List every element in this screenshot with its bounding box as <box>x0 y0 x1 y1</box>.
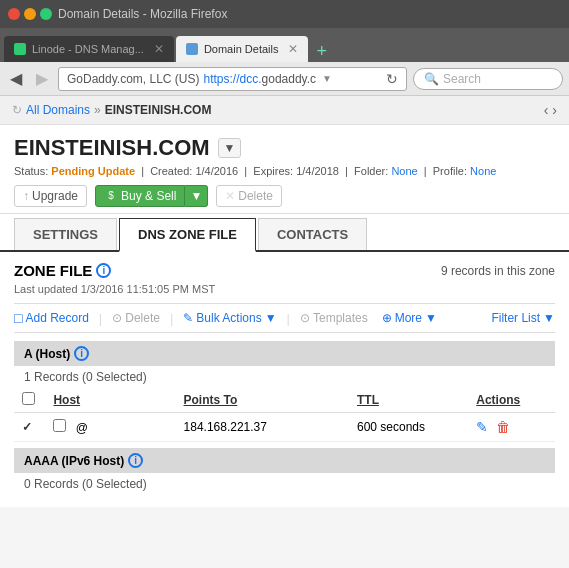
minimize-button[interactable] <box>24 8 36 20</box>
more-label: More <box>395 311 422 325</box>
reload-button[interactable]: ↻ <box>386 71 398 87</box>
browser-title: Domain Details - Mozilla Firefox <box>58 7 227 21</box>
expires-label: Expires: <box>253 165 293 177</box>
bulk-icon: ✎ <box>183 311 193 325</box>
all-domains-link[interactable]: All Domains <box>26 103 90 117</box>
tab1-favicon <box>14 43 26 55</box>
browser-tab-1[interactable]: Linode - DNS Manag... ✕ <box>4 36 174 62</box>
templates-icon: ⊙ <box>300 311 310 325</box>
search-placeholder: Search <box>443 72 481 86</box>
zone-records-count: 9 records in this zone <box>441 264 555 278</box>
tab1-close[interactable]: ✕ <box>154 42 164 56</box>
delete-button[interactable]: ✕ Delete <box>216 185 282 207</box>
dropdown-arrow[interactable]: ▼ <box>322 73 332 84</box>
delete-record-icon: ⊙ <box>112 311 122 325</box>
domain-header: EINSTEINISH.COM ▼ Status: Pending Update… <box>0 125 569 214</box>
select-all-checkbox[interactable] <box>22 392 35 405</box>
zone-info-icon[interactable]: i <box>96 263 111 278</box>
tab2-label: Domain Details <box>204 43 279 55</box>
search-bar[interactable]: 🔍 Search <box>413 68 563 90</box>
breadcrumb-current: EINSTEINISH.COM <box>105 103 212 117</box>
domain-dropdown-button[interactable]: ▼ <box>218 138 242 158</box>
title-bar: Domain Details - Mozilla Firefox <box>0 0 569 28</box>
tab-navigation: SETTINGS DNS ZONE FILE CONTACTS <box>0 218 569 252</box>
record-ttl: 600 seconds <box>349 413 468 442</box>
forward-button[interactable]: ▶ <box>32 67 52 90</box>
zone-toolbar: □ Add Record | ⊙ Delete | ✎ Bulk Actions… <box>14 303 555 333</box>
maximize-button[interactable] <box>40 8 52 20</box>
bulk-arrow-icon: ▼ <box>265 311 277 325</box>
record-checkbox[interactable] <box>53 419 66 432</box>
check-icon: ✓ <box>22 420 32 434</box>
a-host-title: A (Host) <box>24 347 70 361</box>
bulk-actions-label: Bulk Actions <box>196 311 261 325</box>
close-button[interactable] <box>8 8 20 20</box>
folder-label: Folder: <box>354 165 388 177</box>
record-host: @ <box>45 413 175 442</box>
more-arrow-icon: ▼ <box>425 311 437 325</box>
upgrade-button[interactable]: ↑ Upgrade <box>14 185 87 207</box>
add-record-button[interactable]: □ Add Record <box>14 310 89 326</box>
templates-label: Templates <box>313 311 368 325</box>
table-row: ✓ @ 184.168.221.37 600 seconds ✎ 🗑 <box>14 413 555 442</box>
col-points-to[interactable]: Points To <box>176 388 349 413</box>
edit-icon[interactable]: ✎ <box>476 419 488 435</box>
a-host-info-icon[interactable]: i <box>74 346 89 361</box>
profile-value[interactable]: None <box>470 165 496 177</box>
new-tab-button[interactable]: + <box>310 41 333 62</box>
bulk-actions-button[interactable]: ✎ Bulk Actions ▼ <box>183 311 276 325</box>
upgrade-icon: ↑ <box>23 189 29 203</box>
last-updated: Last updated 1/3/2016 11:51:05 PM MST <box>14 283 555 295</box>
buy-sell-button[interactable]: $ Buy & Sell <box>95 185 185 207</box>
filter-arrow-icon: ▼ <box>543 311 555 325</box>
filter-list-button[interactable]: Filter List ▼ <box>491 311 555 325</box>
dollar-icon: $ <box>104 189 118 203</box>
col-host[interactable]: Host <box>45 388 175 413</box>
folder-value[interactable]: None <box>391 165 417 177</box>
aaaa-host-title: AAAA (IPv6 Host) <box>24 454 124 468</box>
back-button[interactable]: ◀ <box>6 67 26 90</box>
aaaa-host-header: AAAA (IPv6 Host) i <box>14 448 555 473</box>
address-url: https://dcc.godaddy.c <box>204 72 317 86</box>
record-points-to: 184.168.221.37 <box>176 413 349 442</box>
tab-settings[interactable]: SETTINGS <box>14 218 117 250</box>
col-actions: Actions <box>468 388 555 413</box>
tab-dns-label: DNS ZONE FILE <box>138 227 237 242</box>
delete-label: Delete <box>238 189 273 203</box>
delete-record-button[interactable]: ⊙ Delete <box>112 311 160 325</box>
tab2-close[interactable]: ✕ <box>288 42 298 56</box>
expires-value: 1/4/2018 <box>296 165 339 177</box>
page-content: ↻ All Domains » EINSTEINISH.COM ‹ › EINS… <box>0 96 569 507</box>
address-prefix: GoDaddy.com, LLC (US) <box>67 72 200 86</box>
delete-icon: ✕ <box>225 189 235 203</box>
nav-bar: ◀ ▶ GoDaddy.com, LLC (US) https://dcc.go… <box>0 62 569 96</box>
tab-bar: Linode - DNS Manag... ✕ Domain Details ✕… <box>0 28 569 62</box>
aaaa-host-info-icon[interactable]: i <box>128 453 143 468</box>
buy-sell-arrow-button[interactable]: ▼ <box>185 185 208 207</box>
buy-sell-label: Buy & Sell <box>121 189 176 203</box>
address-bar[interactable]: GoDaddy.com, LLC (US) https://dcc.godadd… <box>58 67 407 91</box>
row-checkmark: ✓ <box>14 413 45 442</box>
status-value: Pending Update <box>51 165 135 177</box>
more-button[interactable]: ⊕ More ▼ <box>382 311 437 325</box>
upgrade-label: Upgrade <box>32 189 78 203</box>
trash-icon[interactable]: 🗑 <box>496 419 510 435</box>
aaaa-host-section: AAAA (IPv6 Host) i 0 Records (0 Selected… <box>14 448 555 491</box>
aaaa-host-count: 0 Records (0 Selected) <box>24 477 545 491</box>
domain-meta: Status: Pending Update | Created: 1/4/20… <box>14 165 555 177</box>
browser-tab-2[interactable]: Domain Details ✕ <box>176 36 309 62</box>
col-ttl[interactable]: TTL <box>349 388 468 413</box>
tab-contacts[interactable]: CONTACTS <box>258 218 367 250</box>
a-host-count: 1 Records (0 Selected) <box>24 370 545 384</box>
breadcrumb-prev[interactable]: ‹ <box>544 102 549 118</box>
refresh-icon[interactable]: ↻ <box>12 103 22 117</box>
templates-button[interactable]: ⊙ Templates <box>300 311 368 325</box>
zone-file-section: ZONE FILE i 9 records in this zone Last … <box>0 252 569 507</box>
breadcrumb-next[interactable]: › <box>552 102 557 118</box>
delete-record-label: Delete <box>125 311 160 325</box>
a-host-table: Host Points To TTL Actions <box>14 388 555 442</box>
breadcrumb-separator: » <box>94 103 101 117</box>
tab-dns-zone-file[interactable]: DNS ZONE FILE <box>119 218 256 252</box>
domain-name: EINSTEINISH.COM <box>14 135 210 161</box>
record-actions: ✎ 🗑 <box>468 413 555 442</box>
